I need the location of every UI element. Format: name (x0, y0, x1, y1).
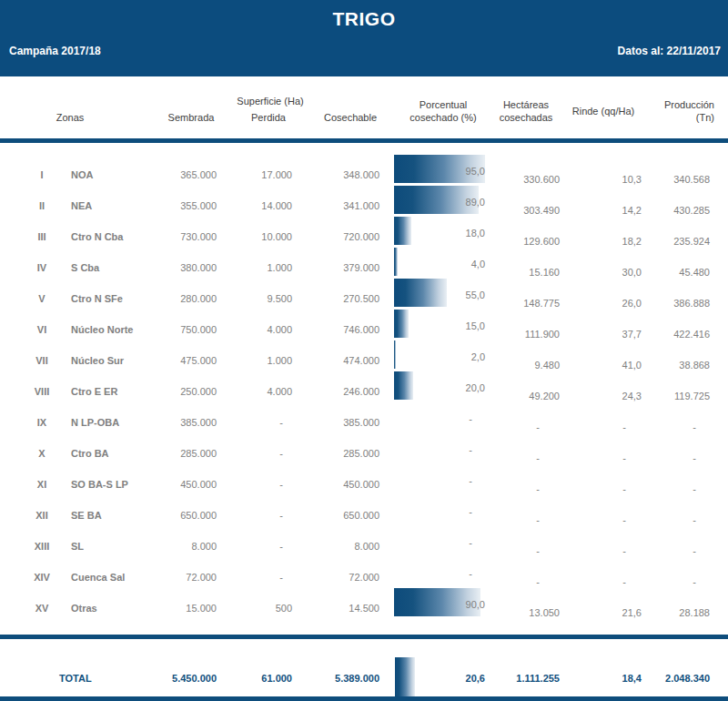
perdida-value: - (219, 567, 292, 587)
zone-numeral: XI (24, 474, 60, 494)
pct-label: 20,0 (394, 378, 485, 398)
header-divider-line (0, 138, 728, 143)
total-row: TOTAL 5.450.000 61.000 5.389.000 20,6 1.… (0, 639, 728, 696)
campaign-label: Campaña 2017/18 (9, 45, 101, 57)
sembrada-value: 650.000 (135, 505, 217, 525)
perdida-value: 17.000 (219, 165, 292, 185)
bottom-border-line (0, 696, 728, 701)
table-row: II NEA 355.000 14.000 341.000 89,0 303.4… (0, 186, 728, 217)
column-header-superficie: Superficie (Ha) (225, 95, 316, 107)
produccion-value: 28.188 (628, 603, 710, 623)
sembrada-value: 475.000 (135, 350, 217, 371)
sembrada-value: 72.000 (135, 567, 217, 587)
cosechable-value: 720.000 (298, 227, 379, 247)
sembrada-value: 280.000 (135, 289, 217, 309)
zone-numeral: IX (24, 412, 60, 432)
pct-label: - (394, 440, 485, 460)
pct-label: 4,0 (394, 254, 485, 274)
cosechable-value: 14.500 (298, 598, 379, 618)
table-row: X Ctro BA 285.000 - 285.000 - - - - (0, 433, 728, 464)
zone-numeral: I (24, 165, 60, 185)
table-row: I NOA 365.000 17.000 348.000 95,0 330.60… (0, 155, 728, 186)
pct-label: - (394, 533, 485, 553)
table-row: XII SE BA 650.000 - 650.000 - - - - (0, 495, 728, 526)
cosechable-value: 285.000 (298, 443, 379, 463)
pct-label: 89,0 (394, 192, 485, 212)
perdida-value: 14.000 (219, 196, 292, 216)
hectareas-line2: cosechadas (500, 112, 553, 123)
cosechable-value: 385.000 (298, 412, 379, 432)
sembrada-value: 385.000 (135, 412, 217, 432)
total-pct-label: 20,6 (394, 668, 485, 688)
table-row: XIV Cuenca Sal 72.000 - 72.000 - - - - (0, 557, 728, 588)
table-header: Superficie (Ha) Zonas Sembrada Perdida C… (0, 76, 728, 144)
hectareas-value: 13.050 (478, 603, 560, 623)
sembrada-value: 380.000 (135, 258, 217, 278)
column-header-zonas: Zonas (25, 111, 116, 124)
zone-numeral: VII (24, 350, 60, 371)
total-cosechable-value: 5.389.000 (298, 668, 379, 688)
total-sembrada-value: 5.450.000 (135, 668, 217, 688)
table-row: IX N LP-OBA 385.000 - 385.000 - - - - (0, 402, 728, 433)
hectareas-line1: Hectáreas (503, 99, 549, 110)
table-row: III Ctro N Cba 730.000 10.000 720.000 18… (0, 217, 728, 248)
produccion-line2: (Tn) (696, 112, 714, 123)
table-row: IV S Cba 380.000 1.000 379.000 4,0 15.16… (0, 248, 728, 279)
sembrada-value: 250.000 (135, 381, 217, 401)
zone-numeral: VIII (24, 381, 60, 401)
cosechable-value: 72.000 (298, 567, 379, 587)
sembrada-value: 8.000 (135, 536, 217, 556)
zone-numeral: XIII (24, 536, 60, 556)
cosechable-value: 246.000 (298, 381, 379, 401)
porcentual-line1: Porcentual (420, 99, 468, 110)
perdida-value: - (219, 412, 292, 432)
sembrada-value: 365.000 (135, 165, 217, 185)
total-perdida-value: 61.000 (219, 668, 292, 688)
data-date-label: Datos al: 22/11/2017 (618, 45, 721, 57)
column-header-porcentual: Porcentual cosechado (%) (398, 98, 489, 124)
report-page: TRIGO Campaña 2017/18 Datos al: 22/11/20… (0, 0, 728, 701)
pct-label: 90,0 (394, 594, 485, 615)
perdida-value: - (219, 505, 292, 525)
column-header-sembrada: Sembrada (150, 111, 232, 124)
zone-numeral: V (24, 289, 60, 309)
cosechable-value: 746.000 (298, 320, 379, 340)
pct-label: - (394, 471, 485, 491)
zone-numeral: X (24, 443, 60, 463)
cosechable-value: 270.500 (298, 289, 379, 309)
perdida-value: - (219, 443, 292, 463)
zone-numeral: II (24, 196, 60, 216)
table-row: XI SO BA-S LP 450.000 - 450.000 - - - - (0, 464, 728, 495)
perdida-value: 4.000 (219, 320, 292, 340)
column-header-produccion: Producción (Tn) (623, 98, 714, 124)
cosechable-value: 8.000 (298, 536, 379, 556)
table-row: XV Otras 15.000 500 14.500 90,0 13.050 2… (0, 588, 728, 619)
perdida-value: 10.000 (219, 227, 292, 247)
report-header-bar: TRIGO Campaña 2017/18 Datos al: 22/11/20… (0, 0, 728, 76)
table-row: VIII Ctro E ER 250.000 4.000 246.000 20,… (0, 371, 728, 402)
pct-label: - (394, 502, 485, 522)
zone-numeral: VI (24, 320, 60, 340)
pct-label: 18,0 (394, 223, 485, 243)
table-row: V Ctro N SFe 280.000 9.500 270.500 55,0 … (0, 279, 728, 310)
column-header-perdida: Perdida (228, 111, 309, 124)
pct-label: - (394, 564, 485, 584)
perdida-value: - (219, 474, 292, 494)
sembrada-value: 450.000 (135, 474, 217, 494)
perdida-value: 500 (219, 598, 292, 618)
sembrada-value: 730.000 (135, 227, 217, 247)
perdida-value: 9.500 (219, 289, 292, 309)
zone-numeral: IV (24, 258, 60, 278)
pct-label: - (394, 409, 485, 429)
cosechable-value: 650.000 (298, 505, 379, 525)
sembrada-value: 355.000 (135, 196, 217, 216)
perdida-value: 1.000 (219, 258, 292, 278)
sembrada-value: 15.000 (135, 598, 217, 618)
cosechable-value: 348.000 (298, 165, 379, 185)
sembrada-value: 285.000 (135, 443, 217, 463)
pct-label: 15,0 (394, 316, 485, 336)
table-row: VII Núcleo Sur 475.000 1.000 474.000 2,0… (0, 340, 728, 371)
total-hectareas-value: 1.111.255 (478, 668, 560, 688)
table-row: VI Núcleo Norte 750.000 4.000 746.000 15… (0, 310, 728, 340)
zone-numeral: XII (24, 505, 60, 525)
